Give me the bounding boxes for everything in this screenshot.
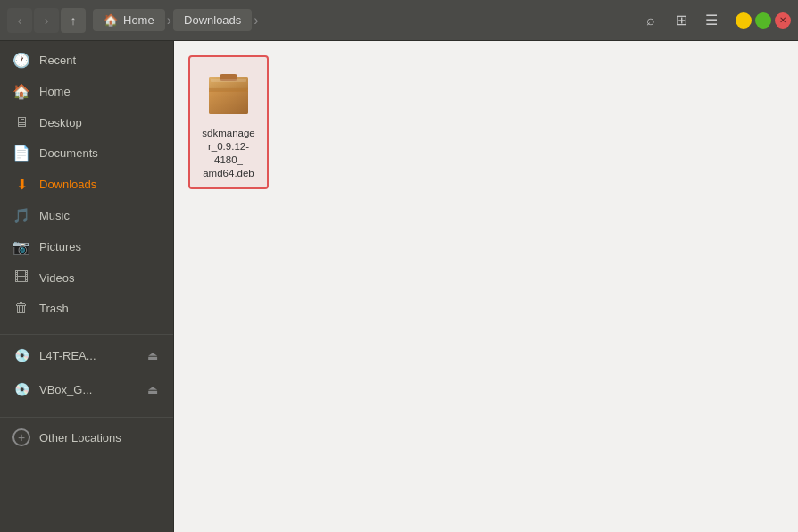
titlebar-actions: ⌕ ⊞ ☰ – ✕ — [637, 7, 791, 34]
eject-button-l4t[interactable]: ⏏ — [143, 345, 162, 365]
sidebar-label-vbox: VBox_G... — [39, 383, 134, 396]
sidebar-item-documents[interactable]: 📄 Documents — [0, 137, 173, 169]
sidebar-item-vbox[interactable]: 💿 VBox_G... ⏏ — [0, 372, 173, 406]
sidebar-label-music: Music — [39, 209, 162, 222]
sidebar-item-trash[interactable]: 🗑 Trash — [0, 293, 173, 323]
menu-button[interactable]: ☰ — [698, 7, 725, 34]
search-icon: ⌕ — [646, 12, 655, 29]
svg-rect-4 — [209, 88, 248, 92]
minimize-icon: – — [741, 15, 746, 25]
sidebar-label-videos: Videos — [39, 271, 162, 285]
breadcrumb-end-separator: › — [254, 12, 258, 29]
forward-icon: › — [45, 13, 49, 28]
recent-icon: 🕐 — [12, 52, 30, 69]
home-icon: 🏠 — [12, 83, 30, 100]
search-button[interactable]: ⌕ — [637, 7, 664, 34]
pictures-icon: 📷 — [12, 238, 30, 255]
home-breadcrumb[interactable]: 🏠 Home — [93, 9, 165, 31]
up-icon: ↑ — [71, 13, 77, 28]
sidebar-item-videos[interactable]: 🎞 Videos — [0, 262, 173, 293]
drive-icon-vbox: 💿 — [12, 382, 30, 396]
sidebar-item-pictures[interactable]: 📷 Pictures — [0, 231, 173, 262]
back-button[interactable]: ‹ — [7, 8, 32, 33]
sidebar-label-other-locations: Other Locations — [39, 431, 162, 445]
current-location-label: Downloads — [184, 13, 241, 27]
sidebar: 🕐 Recent 🏠 Home 🖥 Desktop 📄 Documents ⬇ … — [0, 41, 174, 532]
eject-button-vbox[interactable]: ⏏ — [143, 379, 162, 399]
back-icon: ‹ — [18, 13, 22, 28]
view-toggle-button[interactable]: ⊞ — [668, 7, 694, 34]
music-icon: 🎵 — [12, 207, 30, 224]
maximize-button[interactable] — [755, 12, 771, 29]
deb-file-icon — [204, 68, 254, 118]
sidebar-label-documents: Documents — [39, 146, 162, 160]
desktop-icon: 🖥 — [12, 114, 30, 130]
sidebar-label-l4t: L4T-REA... — [39, 349, 134, 362]
drive-icon-l4t: 💿 — [12, 348, 30, 362]
hamburger-icon: ☰ — [705, 12, 718, 29]
up-button[interactable]: ↑ — [61, 8, 86, 33]
current-location-breadcrumb[interactable]: Downloads — [173, 9, 252, 31]
sidebar-item-recent[interactable]: 🕐 Recent — [0, 45, 173, 76]
close-button[interactable]: ✕ — [775, 12, 791, 29]
window-controls: – ✕ — [736, 12, 791, 29]
svg-rect-6 — [211, 79, 246, 82]
file-item-sdkmanager[interactable]: sdkmanager_0.9.12-4180_amd64.deb — [188, 55, 269, 189]
videos-icon: 🎞 — [12, 270, 30, 286]
home-icon: 🏠 — [104, 13, 118, 27]
add-icon: + — [12, 428, 30, 446]
sidebar-label-recent: Recent — [39, 54, 162, 67]
file-grid: sdkmanager_0.9.12-4180_amd64.deb — [188, 55, 784, 189]
sidebar-label-home: Home — [39, 85, 162, 98]
sidebar-item-downloads[interactable]: ⬇ Downloads — [0, 169, 173, 200]
file-icon-wrap — [200, 64, 257, 121]
sidebar-item-l4t[interactable]: 💿 L4T-REA... ⏏ — [0, 338, 173, 372]
sidebar-label-desktop: Desktop — [39, 116, 162, 129]
forward-button[interactable]: › — [34, 8, 59, 33]
titlebar: ‹ › ↑ 🏠 Home › Downloads › ⌕ ⊞ ☰ – — [0, 0, 798, 41]
nav-controls: ‹ › ↑ — [7, 8, 86, 33]
sidebar-item-home[interactable]: 🏠 Home — [0, 76, 173, 107]
sidebar-item-music[interactable]: 🎵 Music — [0, 200, 173, 231]
breadcrumb-separator: › — [167, 12, 171, 29]
sidebar-label-pictures: Pictures — [39, 240, 162, 254]
documents-icon: 📄 — [12, 145, 30, 162]
sidebar-label-trash: Trash — [39, 302, 162, 315]
breadcrumb: 🏠 Home › Downloads › — [93, 9, 261, 31]
downloads-icon: ⬇ — [12, 176, 30, 193]
sidebar-item-other-locations[interactable]: + Other Locations — [0, 421, 173, 453]
close-icon: ✕ — [779, 15, 786, 25]
sidebar-item-desktop[interactable]: 🖥 Desktop — [0, 107, 173, 137]
trash-icon: 🗑 — [12, 300, 30, 316]
main-content: 🕐 Recent 🏠 Home 🖥 Desktop 📄 Documents ⬇ … — [0, 41, 798, 532]
file-name-sdkmanager: sdkmanager_0.9.12-4180_amd64.deb — [202, 127, 254, 180]
view-icon: ⊞ — [676, 12, 687, 29]
sidebar-label-downloads: Downloads — [39, 178, 162, 191]
home-breadcrumb-label: Home — [123, 13, 154, 27]
minimize-button[interactable]: – — [736, 12, 752, 29]
file-area: sdkmanager_0.9.12-4180_amd64.deb — [174, 41, 798, 532]
